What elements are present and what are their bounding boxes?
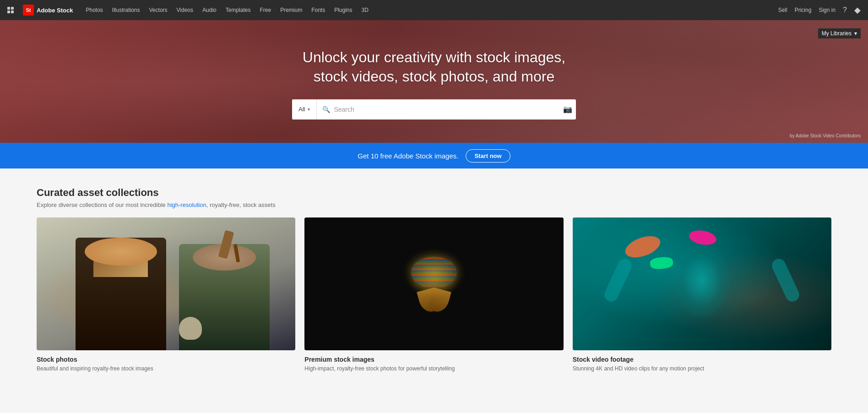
neon-paint-orange xyxy=(622,232,663,261)
card-desc-0: Beautiful and inspiring royalty-free sto… xyxy=(37,365,295,373)
collection-image-insect[interactable] xyxy=(304,217,563,350)
collection-card-stock-photos: Stock photos Beautiful and inspiring roy… xyxy=(37,217,295,373)
search-bar: All ▾ 🔍 📷 xyxy=(292,99,576,120)
search-input[interactable] xyxy=(334,106,554,113)
card-title-1: Premium stock images xyxy=(304,356,563,363)
insect-image-art xyxy=(304,217,563,350)
help-icon[interactable]: ? xyxy=(843,6,847,14)
card-title-2: Stock video footage xyxy=(573,356,831,363)
nav-link-3d[interactable]: 3D xyxy=(358,5,372,15)
nav-link-templates[interactable]: Templates xyxy=(222,5,255,15)
collection-image-neon[interactable] xyxy=(573,217,831,350)
promo-banner: Get 10 free Adobe Stock images. Start no… xyxy=(0,143,868,168)
nav-link-vectors[interactable]: Vectors xyxy=(146,5,171,15)
my-libraries-button[interactable]: My Libraries ▾ xyxy=(818,28,861,38)
search-icon: 🔍 xyxy=(322,106,330,113)
nav-link-photos[interactable]: Photos xyxy=(82,5,106,15)
hero-section: Unlock your creativity with stock images… xyxy=(0,20,868,143)
navbar-right: Sell Pricing Sign in ? ◆ xyxy=(778,5,861,15)
logo-link[interactable]: St Adobe Stock xyxy=(23,5,73,16)
navbar: St Adobe Stock Photos Illustrations Vect… xyxy=(0,0,868,20)
collections-grid: Stock photos Beautiful and inspiring roy… xyxy=(37,217,831,373)
chevron-down-icon: ▾ xyxy=(308,107,310,112)
my-libraries-label: My Libraries xyxy=(822,30,852,37)
logo-text: Adobe Stock xyxy=(37,7,73,14)
nav-link-premium[interactable]: Premium xyxy=(277,5,306,15)
fashion-image-art xyxy=(37,217,295,350)
insect-body-art xyxy=(397,256,471,311)
my-libraries-arrow: ▾ xyxy=(854,30,857,37)
main-content: Curated asset collections Explore divers… xyxy=(0,168,868,400)
neon-image-art xyxy=(573,217,831,350)
hero-content: Unlock your creativity with stock images… xyxy=(292,48,576,119)
nav-link-audio[interactable]: Audio xyxy=(199,5,220,15)
collection-card-stock-video: Stock video footage Stunning 4K and HD v… xyxy=(573,217,831,373)
search-input-wrapper: 🔍 xyxy=(317,106,559,113)
logo-icon: St xyxy=(23,5,34,16)
card-title-0: Stock photos xyxy=(37,356,295,363)
collection-image-fashion[interactable] xyxy=(37,217,295,350)
nav-links: Photos Illustrations Vectors Videos Audi… xyxy=(82,5,372,15)
section-subtitle: Explore diverse collections of our most … xyxy=(37,201,831,208)
visual-search-button[interactable]: 📷 xyxy=(559,105,576,114)
subtitle-highlight: high-resolution xyxy=(167,201,206,208)
adobe-icon[interactable]: ◆ xyxy=(854,5,861,15)
card-desc-2: Stunning 4K and HD video clips for any m… xyxy=(573,365,831,373)
hero-title: Unlock your creativity with stock images… xyxy=(292,48,576,86)
hero-attribution: by Adobe Stock Video Contributors xyxy=(790,133,861,138)
section-title: Curated asset collections xyxy=(37,187,831,199)
nav-link-plugins[interactable]: Plugins xyxy=(331,5,356,15)
nav-link-illustrations[interactable]: Illustrations xyxy=(108,5,144,15)
nav-pricing-link[interactable]: Pricing xyxy=(795,7,812,13)
start-now-button[interactable]: Start now xyxy=(466,149,510,163)
search-category-dropdown[interactable]: All ▾ xyxy=(292,99,317,120)
nav-link-free[interactable]: Free xyxy=(256,5,275,15)
camera-icon: 📷 xyxy=(563,105,572,113)
nav-link-fonts[interactable]: Fonts xyxy=(308,5,329,15)
collection-card-premium-images: Premium stock images High-impact, royalt… xyxy=(304,217,563,373)
nav-link-videos[interactable]: Videos xyxy=(173,5,197,15)
search-category-label: All xyxy=(298,106,305,113)
neon-paint-green xyxy=(650,256,673,270)
nav-signin-link[interactable]: Sign in xyxy=(819,7,835,13)
nav-sell-link[interactable]: Sell xyxy=(778,7,787,13)
card-desc-1: High-impact, royalty-free stock photos f… xyxy=(304,365,563,373)
navbar-left: St Adobe Stock Photos Illustrations Vect… xyxy=(7,5,372,16)
grid-icon[interactable] xyxy=(7,7,14,13)
promo-text: Get 10 free Adobe Stock images. xyxy=(358,152,458,160)
